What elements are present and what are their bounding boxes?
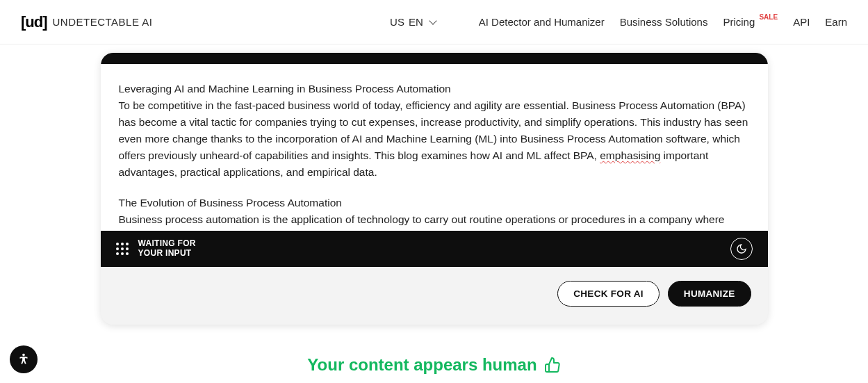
content-heading-2: The Evolution of Business Process Automa… [119, 195, 750, 211]
loading-dots-icon [116, 243, 129, 255]
accessibility-icon [16, 352, 31, 367]
chevron-down-icon [429, 17, 436, 24]
status-line-1: WAITING FOR [138, 239, 196, 249]
content-paragraph-1: To be competitive in the fast-paced busi… [119, 97, 750, 181]
top-header: [ud] UNDETECTABLE AI US EN AI Detector a… [0, 0, 868, 44]
result-message: Your content appears human [0, 355, 868, 375]
content-editor[interactable]: Leveraging AI and Machine Learning in Bu… [101, 64, 768, 231]
locale-country: US [390, 16, 404, 28]
widget-actions: CHECK FOR AI HUMANIZE [101, 267, 768, 325]
humanize-button[interactable]: HUMANIZE [668, 281, 751, 307]
nav-pricing[interactable]: Pricing SALE [723, 16, 778, 28]
locale-selector[interactable]: US EN [390, 16, 436, 28]
result-text: Your content appears human [307, 355, 537, 375]
sale-badge: SALE [759, 13, 778, 21]
locale-lang: EN [409, 16, 423, 28]
logo-text: UNDETECTABLE AI [53, 16, 153, 28]
content-title: Leveraging AI and Machine Learning in Bu… [119, 81, 750, 97]
moon-icon [736, 243, 747, 254]
svg-point-0 [22, 354, 25, 357]
check-for-ai-button[interactable]: CHECK FOR AI [557, 281, 660, 307]
main-widget: Leveraging AI and Machine Learning in Bu… [101, 53, 768, 325]
main-nav: US EN AI Detector and Humanizer Business… [390, 16, 847, 28]
nav-business[interactable]: Business Solutions [620, 16, 708, 28]
thumbs-up-icon [544, 357, 561, 373]
logo-icon: [ud] [21, 13, 47, 31]
nav-detector[interactable]: AI Detector and Humanizer [479, 16, 605, 28]
status-line-2: YOUR INPUT [138, 249, 196, 259]
nav-api[interactable]: API [793, 16, 810, 28]
nav-pricing-label: Pricing [723, 16, 755, 28]
accessibility-button[interactable] [10, 345, 38, 373]
spellcheck-word: emphasising [600, 149, 660, 161]
content-paragraph-2: Business process automation is the appli… [119, 211, 750, 231]
widget-top-bar [101, 53, 768, 64]
dark-mode-toggle[interactable] [730, 238, 753, 260]
nav-earn[interactable]: Earn [825, 16, 847, 28]
logo[interactable]: [ud] UNDETECTABLE AI [21, 13, 152, 31]
status-text: WAITING FOR YOUR INPUT [138, 239, 196, 259]
status-bar: WAITING FOR YOUR INPUT [101, 231, 768, 267]
